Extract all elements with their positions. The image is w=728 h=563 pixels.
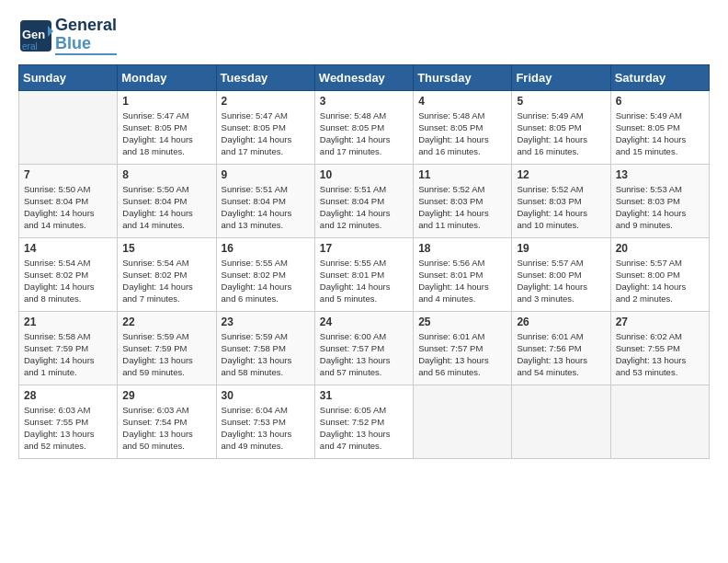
cell-text: Sunrise: 5:55 AM Sunset: 8:02 PM Dayligh… [222, 257, 310, 305]
calendar-table: SundayMondayTuesdayWednesdayThursdayFrid… [18, 64, 710, 459]
day-number: 26 [517, 316, 605, 328]
calendar-cell [19, 90, 118, 164]
cell-text: Sunrise: 5:48 AM Sunset: 8:05 PM Dayligh… [418, 109, 506, 158]
day-number: 12 [517, 168, 605, 181]
calendar-cell: 10Sunrise: 5:51 AM Sunset: 8:04 PM Dayli… [314, 164, 413, 237]
week-row-5: 28Sunrise: 6:03 AM Sunset: 7:55 PM Dayli… [19, 385, 710, 458]
weekday-header-friday: Friday [512, 64, 610, 90]
calendar-cell: 25Sunrise: 6:01 AM Sunset: 7:57 PM Dayli… [414, 311, 512, 385]
calendar-cell: 24Sunrise: 6:00 AM Sunset: 7:57 PM Dayli… [314, 311, 413, 385]
day-number: 24 [320, 316, 408, 328]
calendar-cell: 5Sunrise: 5:49 AM Sunset: 8:05 PM Daylig… [512, 90, 610, 164]
calendar-cell: 2Sunrise: 5:47 AM Sunset: 8:05 PM Daylig… [216, 90, 314, 164]
calendar-cell: 9Sunrise: 5:51 AM Sunset: 8:04 PM Daylig… [216, 164, 314, 237]
calendar-cell: 20Sunrise: 5:57 AM Sunset: 8:00 PM Dayli… [610, 237, 709, 311]
calendar-cell: 1Sunrise: 5:47 AM Sunset: 8:05 PM Daylig… [118, 90, 216, 164]
page-container: Gen eral General Blue SundayMondayTuesda… [0, 0, 728, 468]
logo-general: General [55, 17, 117, 35]
calendar-cell: 15Sunrise: 5:54 AM Sunset: 8:02 PM Dayli… [118, 237, 216, 311]
day-number: 28 [24, 389, 112, 402]
calendar-cell: 11Sunrise: 5:52 AM Sunset: 8:03 PM Dayli… [414, 164, 512, 237]
calendar-cell: 27Sunrise: 6:02 AM Sunset: 7:55 PM Dayli… [610, 311, 709, 385]
calendar-cell: 28Sunrise: 6:03 AM Sunset: 7:55 PM Dayli… [19, 385, 118, 458]
weekday-header-row: SundayMondayTuesdayWednesdayThursdayFrid… [19, 64, 710, 90]
cell-text: Sunrise: 5:49 AM Sunset: 8:05 PM Dayligh… [517, 109, 605, 158]
day-number: 31 [320, 389, 408, 402]
cell-text: Sunrise: 6:04 AM Sunset: 7:53 PM Dayligh… [222, 404, 310, 453]
weekday-header-monday: Monday [118, 64, 216, 90]
cell-text: Sunrise: 5:55 AM Sunset: 8:01 PM Dayligh… [320, 257, 408, 305]
calendar-cell: 22Sunrise: 5:59 AM Sunset: 7:59 PM Dayli… [118, 311, 216, 385]
day-number: 15 [122, 242, 210, 255]
cell-text: Sunrise: 6:02 AM Sunset: 7:55 PM Dayligh… [616, 330, 704, 379]
logo: Gen eral General Blue [18, 17, 117, 55]
calendar-cell [414, 385, 512, 458]
calendar-cell: 7Sunrise: 5:50 AM Sunset: 8:04 PM Daylig… [19, 164, 118, 237]
cell-text: Sunrise: 6:03 AM Sunset: 7:54 PM Dayligh… [122, 404, 210, 453]
cell-text: Sunrise: 5:52 AM Sunset: 8:03 PM Dayligh… [418, 183, 506, 232]
cell-text: Sunrise: 5:50 AM Sunset: 8:04 PM Dayligh… [24, 183, 112, 232]
calendar-cell: 17Sunrise: 5:55 AM Sunset: 8:01 PM Dayli… [314, 237, 413, 311]
week-row-4: 21Sunrise: 5:58 AM Sunset: 7:59 PM Dayli… [19, 311, 710, 385]
day-number: 1 [122, 95, 210, 108]
calendar-cell: 29Sunrise: 6:03 AM Sunset: 7:54 PM Dayli… [118, 385, 216, 458]
day-number: 30 [222, 389, 310, 402]
weekday-header-sunday: Sunday [19, 64, 118, 90]
calendar-cell: 4Sunrise: 5:48 AM Sunset: 8:05 PM Daylig… [414, 90, 512, 164]
weekday-header-wednesday: Wednesday [314, 64, 413, 90]
logo-blue: Blue [55, 35, 117, 53]
day-number: 16 [222, 242, 310, 255]
calendar-cell [512, 385, 610, 458]
weekday-header-tuesday: Tuesday [216, 64, 314, 90]
week-row-3: 14Sunrise: 5:54 AM Sunset: 8:02 PM Dayli… [19, 237, 710, 311]
cell-text: Sunrise: 6:05 AM Sunset: 7:52 PM Dayligh… [320, 404, 408, 453]
cell-text: Sunrise: 5:51 AM Sunset: 8:04 PM Dayligh… [222, 183, 310, 232]
svg-text:Gen: Gen [22, 28, 45, 41]
calendar-cell: 13Sunrise: 5:53 AM Sunset: 8:03 PM Dayli… [610, 164, 709, 237]
cell-text: Sunrise: 6:03 AM Sunset: 7:55 PM Dayligh… [24, 404, 112, 453]
day-number: 6 [616, 95, 704, 108]
day-number: 14 [24, 242, 112, 255]
week-row-1: 1Sunrise: 5:47 AM Sunset: 8:05 PM Daylig… [19, 90, 710, 164]
calendar-cell: 21Sunrise: 5:58 AM Sunset: 7:59 PM Dayli… [19, 311, 118, 385]
day-number: 8 [122, 168, 210, 181]
cell-text: Sunrise: 5:54 AM Sunset: 8:02 PM Dayligh… [24, 257, 112, 305]
calendar-cell: 26Sunrise: 6:01 AM Sunset: 7:56 PM Dayli… [512, 311, 610, 385]
cell-text: Sunrise: 5:57 AM Sunset: 8:00 PM Dayligh… [616, 257, 704, 305]
header: Gen eral General Blue [18, 17, 710, 55]
calendar-cell [610, 385, 709, 458]
cell-text: Sunrise: 5:58 AM Sunset: 7:59 PM Dayligh… [24, 330, 112, 379]
cell-text: Sunrise: 5:51 AM Sunset: 8:04 PM Dayligh… [320, 183, 408, 232]
day-number: 22 [122, 316, 210, 328]
day-number: 21 [24, 316, 112, 328]
calendar-cell: 16Sunrise: 5:55 AM Sunset: 8:02 PM Dayli… [216, 237, 314, 311]
week-row-2: 7Sunrise: 5:50 AM Sunset: 8:04 PM Daylig… [19, 164, 710, 237]
cell-text: Sunrise: 5:52 AM Sunset: 8:03 PM Dayligh… [517, 183, 605, 232]
svg-text:eral: eral [22, 41, 38, 52]
day-number: 27 [616, 316, 704, 328]
cell-text: Sunrise: 5:47 AM Sunset: 8:05 PM Dayligh… [122, 109, 210, 158]
calendar-cell: 12Sunrise: 5:52 AM Sunset: 8:03 PM Dayli… [512, 164, 610, 237]
cell-text: Sunrise: 5:57 AM Sunset: 8:00 PM Dayligh… [517, 257, 605, 305]
calendar-cell: 8Sunrise: 5:50 AM Sunset: 8:04 PM Daylig… [118, 164, 216, 237]
day-number: 23 [222, 316, 310, 328]
calendar-cell: 31Sunrise: 6:05 AM Sunset: 7:52 PM Dayli… [314, 385, 413, 458]
day-number: 13 [616, 168, 704, 181]
day-number: 20 [616, 242, 704, 255]
day-number: 18 [418, 242, 506, 255]
cell-text: Sunrise: 5:50 AM Sunset: 8:04 PM Dayligh… [122, 183, 210, 232]
day-number: 19 [517, 242, 605, 255]
cell-text: Sunrise: 5:47 AM Sunset: 8:05 PM Dayligh… [222, 109, 310, 158]
day-number: 17 [320, 242, 408, 255]
day-number: 25 [418, 316, 506, 328]
cell-text: Sunrise: 6:00 AM Sunset: 7:57 PM Dayligh… [320, 330, 408, 379]
calendar-cell: 3Sunrise: 5:48 AM Sunset: 8:05 PM Daylig… [314, 90, 413, 164]
calendar-cell: 18Sunrise: 5:56 AM Sunset: 8:01 PM Dayli… [414, 237, 512, 311]
day-number: 29 [122, 389, 210, 402]
day-number: 4 [418, 95, 506, 108]
calendar-cell: 14Sunrise: 5:54 AM Sunset: 8:02 PM Dayli… [19, 237, 118, 311]
calendar-cell: 19Sunrise: 5:57 AM Sunset: 8:00 PM Dayli… [512, 237, 610, 311]
cell-text: Sunrise: 5:49 AM Sunset: 8:05 PM Dayligh… [616, 109, 704, 158]
cell-text: Sunrise: 5:59 AM Sunset: 7:59 PM Dayligh… [122, 330, 210, 379]
calendar-cell: 6Sunrise: 5:49 AM Sunset: 8:05 PM Daylig… [610, 90, 709, 164]
